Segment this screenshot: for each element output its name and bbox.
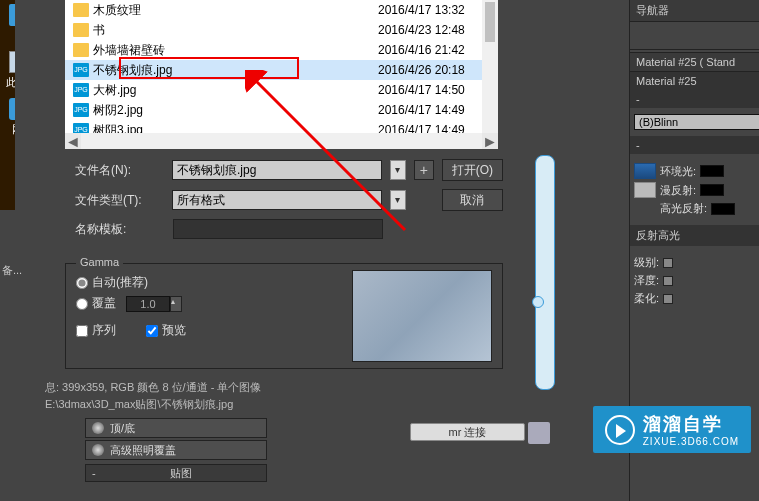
- maps-rollout-header[interactable]: - 贴图: [85, 464, 267, 482]
- file-row[interactable]: JPG树阴2.jpg2016/4/17 14:49: [65, 100, 498, 120]
- file-row[interactable]: 木质纹理2016/4/17 13:32: [65, 0, 498, 20]
- folder-icon: [73, 3, 89, 17]
- shader-select[interactable]: [634, 114, 759, 130]
- file-name: 外墙墙裙壁砖: [93, 42, 378, 59]
- file-dialog-form: 文件名(N): ▾ + 打开(O) 文件类型(T): ▾ 取消 名称模板:: [15, 149, 515, 257]
- specular-label: 高光反射:: [660, 201, 707, 216]
- file-list[interactable]: 木质纹理2016/4/17 13:32书2016/4/23 12:48外墙墙裙壁…: [65, 0, 498, 133]
- file-row[interactable]: 书2016/4/23 12:48: [65, 20, 498, 40]
- rollout-panel: 顶/底 高级照明覆盖 - 贴图: [85, 418, 267, 482]
- play-icon: [605, 415, 635, 445]
- file-date: 2016/4/17 14:50: [378, 83, 498, 97]
- file-date: 2016/4/16 21:42: [378, 43, 498, 57]
- hscroll-left-icon[interactable]: ◄: [65, 133, 81, 149]
- sequence-label: 序列: [92, 322, 116, 339]
- file-name: 树阴3.jpg: [93, 122, 378, 134]
- material-title: Material #25 ( Stand: [630, 52, 759, 72]
- file-row[interactable]: JPG不锈钢划痕.jpg2016/4/26 20:18: [65, 60, 498, 80]
- preview-thumbnail: [352, 270, 492, 362]
- gamma-override-label: 覆盖: [92, 295, 116, 312]
- file-date: 2016/4/17 14:49: [378, 123, 498, 133]
- folder-icon: [73, 43, 89, 57]
- gamma-auto-label: 自动(推荐): [92, 274, 148, 291]
- open-button[interactable]: 打开(O): [442, 159, 503, 181]
- cancel-button[interactable]: 取消: [442, 189, 503, 211]
- sphere-icon: [92, 444, 104, 456]
- level-label: 级别:: [634, 255, 659, 270]
- preview-checkbox-input[interactable]: [146, 325, 158, 337]
- slate-area: mr 连接: [280, 418, 620, 501]
- watermark-title: 溜溜自学: [643, 412, 739, 436]
- diffuse-label: 漫反射:: [660, 183, 696, 198]
- mr-connect-node[interactable]: mr 连接: [410, 423, 525, 441]
- navigator-title: 导航器: [630, 0, 759, 22]
- gamma-spinner-icon[interactable]: ▴: [170, 296, 182, 312]
- gamma-override-radio-input[interactable]: [76, 298, 88, 310]
- jpg-icon: JPG: [73, 83, 89, 97]
- file-list-hscroll[interactable]: ◄ ►: [65, 133, 498, 149]
- node-output-socket[interactable]: [528, 422, 550, 444]
- sequence-checkbox-input[interactable]: [76, 325, 88, 337]
- add-filename-button[interactable]: +: [414, 160, 434, 180]
- rollout-dash[interactable]: -: [630, 90, 759, 108]
- nametpl-input[interactable]: [173, 219, 383, 239]
- folder-icon: [73, 23, 89, 37]
- filename-label: 文件名(N):: [75, 162, 164, 179]
- gamma-auto-radio[interactable]: 自动(推荐): [76, 274, 342, 291]
- rollout-top-bottom-label: 顶/底: [110, 421, 135, 436]
- side-strip: 备...: [0, 253, 30, 288]
- rollout-adv-lighting-button[interactable]: 高级照明覆盖: [85, 440, 267, 460]
- diffuse-slot-icon[interactable]: [634, 182, 656, 198]
- ambient-slot-icon[interactable]: [634, 163, 656, 179]
- refl-highlight-header[interactable]: 反射高光: [630, 225, 759, 246]
- ambient-label: 环境光:: [660, 164, 696, 179]
- file-row[interactable]: JPG树阴3.jpg2016/4/17 14:49: [65, 120, 498, 133]
- sequence-checkbox[interactable]: 序列: [76, 322, 116, 339]
- file-name: 树阴2.jpg: [93, 102, 378, 119]
- rollout-dash2[interactable]: -: [630, 136, 759, 154]
- filename-dropdown-icon[interactable]: ▾: [390, 160, 406, 180]
- file-name: 木质纹理: [93, 2, 378, 19]
- gloss-swatch[interactable]: [663, 276, 673, 286]
- rollout-top-bottom-button[interactable]: 顶/底: [85, 418, 267, 438]
- filename-input[interactable]: [172, 160, 382, 180]
- soften-label: 柔化:: [634, 291, 659, 306]
- file-name: 大树.jpg: [93, 82, 378, 99]
- gamma-override-radio[interactable]: 覆盖 ▴: [76, 295, 342, 312]
- file-date: 2016/4/23 12:48: [378, 23, 498, 37]
- file-list-vscroll[interactable]: [482, 0, 498, 133]
- file-info-line1: 息: 399x359, RGB 颜色 8 位/通道 - 单个图像: [45, 379, 503, 396]
- gamma-auto-radio-input[interactable]: [76, 277, 88, 289]
- watermark: 溜溜自学 ZIXUE.3D66.COM: [593, 406, 751, 453]
- diffuse-swatch[interactable]: [700, 184, 724, 196]
- filetype-select[interactable]: [172, 190, 382, 210]
- filetype-dropdown-icon[interactable]: ▾: [390, 190, 406, 210]
- gamma-value-input[interactable]: [126, 296, 170, 312]
- file-date: 2016/4/17 13:32: [378, 3, 498, 17]
- node-output-shape[interactable]: [535, 155, 555, 390]
- jpg-icon: JPG: [73, 123, 89, 133]
- hscroll-right-icon[interactable]: ►: [482, 133, 498, 149]
- file-row[interactable]: JPG大树.jpg2016/4/17 14:50: [65, 80, 498, 100]
- level-swatch[interactable]: [663, 258, 673, 268]
- preview-checkbox[interactable]: 预览: [146, 322, 186, 339]
- side-strip-label: 备...: [0, 253, 30, 288]
- jpg-icon: JPG: [73, 103, 89, 117]
- soften-swatch[interactable]: [663, 294, 673, 304]
- file-name: 不锈钢划痕.jpg: [93, 62, 378, 79]
- node-knob-icon[interactable]: [532, 296, 544, 308]
- gloss-label: 泽度:: [634, 273, 659, 288]
- sphere-icon: [92, 422, 104, 434]
- jpg-icon: JPG: [73, 63, 89, 77]
- file-date: 2016/4/17 14:49: [378, 103, 498, 117]
- preview-label: 预览: [162, 322, 186, 339]
- specular-swatch[interactable]: [711, 203, 735, 215]
- nametpl-label: 名称模板:: [75, 221, 165, 238]
- file-row[interactable]: 外墙墙裙壁砖2016/4/16 21:42: [65, 40, 498, 60]
- watermark-url: ZIXUE.3D66.COM: [643, 436, 739, 447]
- filetype-label: 文件类型(T):: [75, 192, 164, 209]
- file-info-line2: E:\3dmax\3D_max贴图\不锈钢划痕.jpg: [45, 396, 503, 413]
- file-info-text: 息: 399x359, RGB 颜色 8 位/通道 - 单个图像 E:\3dma…: [15, 375, 515, 422]
- material-name: Material #25: [630, 72, 759, 90]
- ambient-swatch[interactable]: [700, 165, 724, 177]
